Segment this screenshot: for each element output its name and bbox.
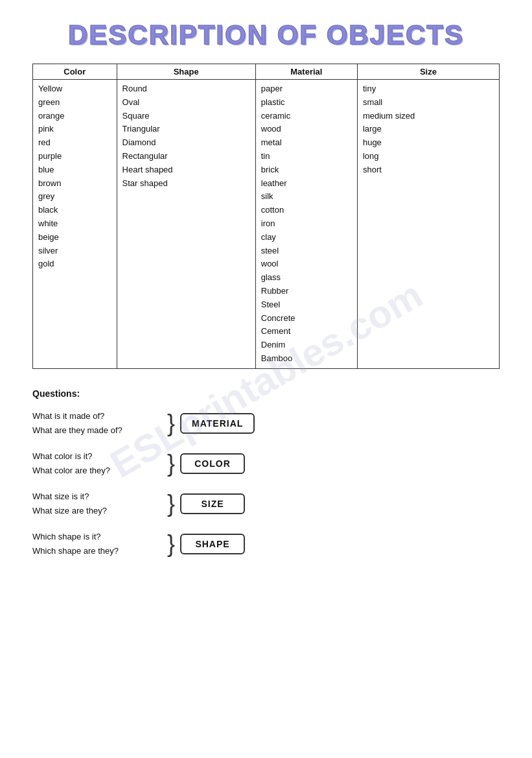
question-row: What size is it?What size are they?}SIZE [32,490,500,518]
question-line: What color are they? [32,464,162,478]
question-row: What is it made of?What are they made of… [32,409,500,438]
brace-icon: } [167,452,175,475]
questions-section: Questions: What is it made of?What are t… [32,388,500,559]
question-texts: What is it made of?What are they made of… [32,409,162,438]
brace-container: } [167,532,175,556]
brace-container: } [167,452,175,475]
question-row: What color is it?What color are they?}CO… [32,449,500,478]
color-column: Yellowgreenorangepinkredpurplebluebrowng… [33,80,117,369]
question-row: Which shape is it?Which shape are they?}… [32,530,500,558]
answer-box: SIZE [180,493,245,514]
question-line: Which shape are they? [32,544,162,558]
brace-container: } [167,492,175,515]
brace-container: } [167,412,175,435]
answer-box: SHAPE [180,534,245,554]
description-table: Color Shape Material Size Yellowgreenora… [32,64,500,369]
question-line: What size is it? [32,490,162,504]
question-line: What is it made of? [32,409,162,423]
col-header-shape: Shape [117,64,255,80]
material-column: paperplasticceramicwoodmetaltinbrickleat… [255,80,357,369]
size-column: tinysmallmedium sizedlargehugelongshort [357,80,499,369]
question-line: What size are they? [32,504,162,518]
question-line: What color is it? [32,449,162,464]
answer-box: MATERIAL [180,413,255,434]
question-texts: What color is it?What color are they? [32,449,162,478]
brace-icon: } [167,532,175,556]
question-texts: Which shape is it?Which shape are they? [32,530,162,558]
brace-icon: } [167,412,175,435]
question-line: Which shape is it? [32,530,162,544]
answer-box: COLOR [180,453,245,474]
question-texts: What size is it?What size are they? [32,490,162,518]
question-line: What are they made of? [32,423,162,438]
col-header-size: Size [357,64,499,80]
shape-column: RoundOvalSquareTriangularDiamondRectangu… [117,80,255,369]
col-header-color: Color [33,64,117,80]
page-title: DESCRIPTION OF OBJECTS [32,19,500,51]
questions-title: Questions: [32,388,500,399]
col-header-material: Material [255,64,357,80]
brace-icon: } [167,492,175,515]
